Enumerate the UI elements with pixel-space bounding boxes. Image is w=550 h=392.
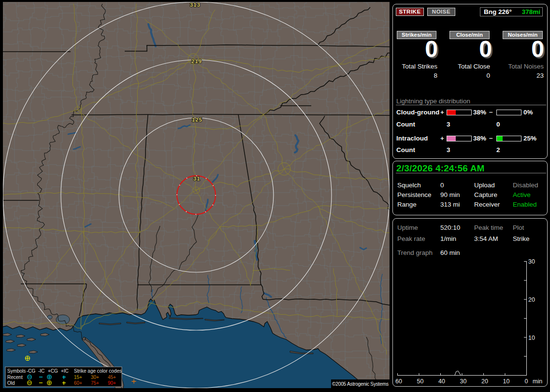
svg-text:+CG: +CG xyxy=(48,368,58,374)
svg-text:min: min xyxy=(533,378,542,385)
svg-text:©2005 Astrogenic Systems: ©2005 Astrogenic Systems xyxy=(332,381,389,387)
svg-text:125: 125 xyxy=(192,117,203,123)
svg-text:Old: Old xyxy=(7,380,15,386)
svg-text:0: 0 xyxy=(525,378,528,385)
svg-text:+IC: +IC xyxy=(61,368,69,374)
svg-text:Symbols: Symbols xyxy=(7,368,26,374)
svg-text:31: 31 xyxy=(193,176,201,182)
svg-text:219: 219 xyxy=(191,58,202,64)
svg-text:15+: 15+ xyxy=(74,375,82,380)
svg-text:60: 60 xyxy=(395,378,402,385)
svg-text:Recent: Recent xyxy=(7,375,23,380)
svg-text:30: 30 xyxy=(528,258,535,265)
svg-text:30: 30 xyxy=(460,378,467,385)
svg-text:90+: 90+ xyxy=(108,380,116,386)
svg-text:20: 20 xyxy=(528,296,535,303)
svg-text:60+: 60+ xyxy=(74,380,82,386)
svg-text:40: 40 xyxy=(438,378,445,385)
svg-text:Strike age color codes: Strike age color codes xyxy=(74,368,122,374)
svg-text:75+: 75+ xyxy=(91,380,99,386)
svg-text:30+: 30+ xyxy=(91,375,99,380)
svg-text:50: 50 xyxy=(417,378,424,385)
svg-text:313: 313 xyxy=(190,2,201,8)
svg-text:10: 10 xyxy=(503,378,510,385)
svg-text:20: 20 xyxy=(481,378,488,385)
svg-text:-IC: -IC xyxy=(38,368,44,374)
svg-text:10: 10 xyxy=(528,335,535,341)
svg-text:45+: 45+ xyxy=(108,375,116,380)
svg-text:-CG: -CG xyxy=(27,368,36,374)
